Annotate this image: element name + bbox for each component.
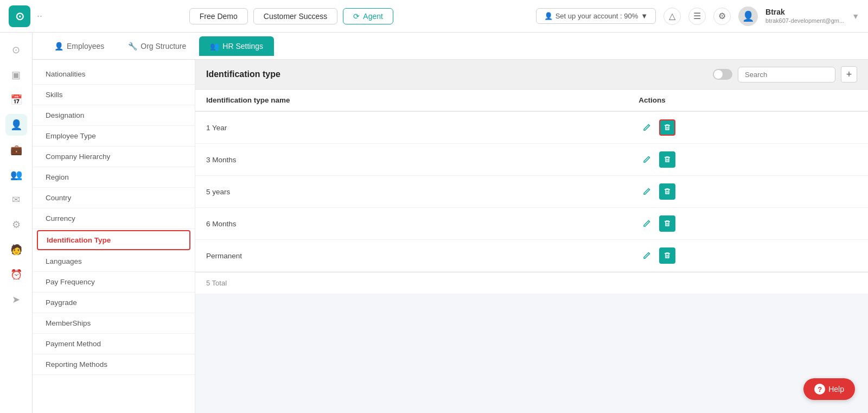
- delete-button[interactable]: [659, 183, 675, 200]
- identification-type-table: Identification type name Actions 1 Year3…: [195, 90, 868, 272]
- col-name-header: Identification type name: [195, 90, 628, 111]
- table-row: 6 Months: [195, 208, 868, 240]
- tabs-row: 👤 Employees 🔧 Org Structure 👥 HR Setting…: [33, 33, 868, 60]
- sidebar-item-employee-type[interactable]: Employee Type: [33, 126, 195, 147]
- table-row: 5 years: [195, 176, 868, 208]
- id-type-name: 3 Months: [195, 144, 628, 176]
- clock-icon[interactable]: ⏰: [5, 264, 27, 285]
- tab-employees[interactable]: 👤 Employees: [43, 36, 115, 56]
- free-demo-button[interactable]: Free Demo: [189, 8, 248, 24]
- edit-button[interactable]: [639, 119, 655, 136]
- calendar-icon[interactable]: 📅: [5, 89, 27, 111]
- id-type-name: Permanent: [195, 240, 628, 272]
- table-row: Permanent: [195, 240, 868, 272]
- app-logo[interactable]: ⊙: [9, 5, 30, 27]
- customer-success-button[interactable]: Customer Success: [253, 8, 337, 24]
- person-icon: 👤: [544, 12, 553, 20]
- toggle-switch[interactable]: [713, 69, 732, 80]
- id-type-name: 6 Months: [195, 208, 628, 240]
- sidebar-item-payment-method[interactable]: Payment Method: [33, 334, 195, 354]
- actions-cell: [628, 208, 868, 240]
- id-type-name: 1 Year: [195, 111, 628, 144]
- sidebar-item-reporting-methods[interactable]: Reporting Methods: [33, 354, 195, 375]
- id-type-name: 5 years: [195, 176, 628, 208]
- expand-dots[interactable]: ··: [37, 10, 42, 22]
- settings-button[interactable]: ⚙: [713, 8, 731, 25]
- topnav: ⊙ ·· Free Demo Customer Success ⟳ Agent …: [0, 0, 868, 33]
- edit-button[interactable]: [639, 183, 655, 200]
- delete-button[interactable]: [659, 119, 675, 136]
- add-button[interactable]: +: [841, 66, 857, 82]
- right-panel: Identification type + Identification typ…: [195, 60, 868, 413]
- panel-title: Identification type: [206, 69, 280, 79]
- sidebar-item-country[interactable]: Country: [33, 188, 195, 208]
- table-row: 1 Year: [195, 111, 868, 144]
- dashboard-icon[interactable]: ⊙: [5, 39, 27, 61]
- sidebar-item-company-hierarchy[interactable]: Company Hierarchy: [33, 147, 195, 167]
- actions-cell: [628, 240, 868, 272]
- user-expand-icon[interactable]: ▼: [852, 12, 859, 21]
- user-info: Btrak btrak607-development@gm...: [765, 7, 844, 24]
- tab-hr-settings[interactable]: 👥 HR Settings: [199, 36, 274, 56]
- help-icon: ?: [814, 384, 825, 395]
- sidebar-item-currency[interactable]: Currency: [33, 208, 195, 229]
- user2-icon[interactable]: 🧑: [5, 239, 27, 260]
- panel-header-right: +: [713, 66, 857, 82]
- hr-settings-tab-icon: 👥: [210, 42, 219, 50]
- edit-button[interactable]: [639, 151, 655, 168]
- agent-icon: ⟳: [353, 12, 360, 21]
- table-row: 3 Months: [195, 144, 868, 176]
- sidebar-item-region[interactable]: Region: [33, 167, 195, 188]
- sidebar-item-identification-type[interactable]: Identification Type: [37, 230, 190, 250]
- col-actions-header: Actions: [628, 90, 868, 111]
- actions-cell: [628, 176, 868, 208]
- send-icon[interactable]: ➤: [5, 289, 27, 310]
- setup-button[interactable]: 👤 Set up your account : 90% ▼: [536, 8, 656, 24]
- avatar[interactable]: 👤: [738, 7, 758, 26]
- total-row: 5 Total: [195, 272, 868, 294]
- document-button[interactable]: ☰: [688, 8, 706, 25]
- team-icon[interactable]: 👥: [5, 164, 27, 186]
- briefcase-icon[interactable]: 💼: [5, 139, 27, 161]
- person-icon[interactable]: 👤: [5, 114, 27, 136]
- delete-button[interactable]: [659, 215, 675, 232]
- org-structure-tab-icon: 🔧: [128, 42, 137, 50]
- sidebar-item-nationalities[interactable]: Nationalities: [33, 64, 195, 85]
- actions-cell: [628, 144, 868, 176]
- delete-button[interactable]: [659, 151, 675, 168]
- tab-org-structure[interactable]: 🔧 Org Structure: [117, 36, 197, 56]
- left-menu: NationalitiesSkillsDesignationEmployee T…: [33, 60, 195, 413]
- search-input[interactable]: [738, 67, 835, 82]
- panel-header: Identification type +: [195, 60, 868, 90]
- help-button[interactable]: ? Help: [803, 378, 855, 400]
- employees-tab-icon: 👤: [54, 42, 63, 50]
- tv-icon[interactable]: ▣: [5, 64, 27, 86]
- alert-button[interactable]: △: [663, 8, 681, 25]
- actions-cell: [628, 111, 868, 144]
- sidebar-item-languages[interactable]: Languages: [33, 251, 195, 272]
- sidebar-item-designation[interactable]: Designation: [33, 105, 195, 126]
- sidebar-item-pay-frequency[interactable]: Pay Frequency: [33, 272, 195, 293]
- user-name: Btrak: [765, 7, 844, 17]
- gear-icon[interactable]: ⚙: [5, 214, 27, 236]
- edit-button[interactable]: [639, 247, 655, 264]
- sidebar-item-paygrade[interactable]: Paygrade: [33, 293, 195, 313]
- chevron-down-icon: ▼: [641, 12, 648, 20]
- mail-icon[interactable]: ✉: [5, 189, 27, 211]
- edit-button[interactable]: [639, 215, 655, 232]
- main-content: 👤 Employees 🔧 Org Structure 👥 HR Setting…: [33, 33, 868, 413]
- agent-button[interactable]: ⟳ Agent: [343, 8, 393, 24]
- sidebar-icons: ⊙▣📅👤💼👥✉⚙🧑⏰➤: [0, 33, 33, 413]
- content-area: NationalitiesSkillsDesignationEmployee T…: [33, 60, 868, 413]
- sidebar-item-skills[interactable]: Skills: [33, 85, 195, 105]
- sidebar-item-memberships[interactable]: MemberShips: [33, 313, 195, 334]
- user-email: btrak607-development@gm...: [765, 17, 844, 24]
- delete-button[interactable]: [659, 247, 675, 264]
